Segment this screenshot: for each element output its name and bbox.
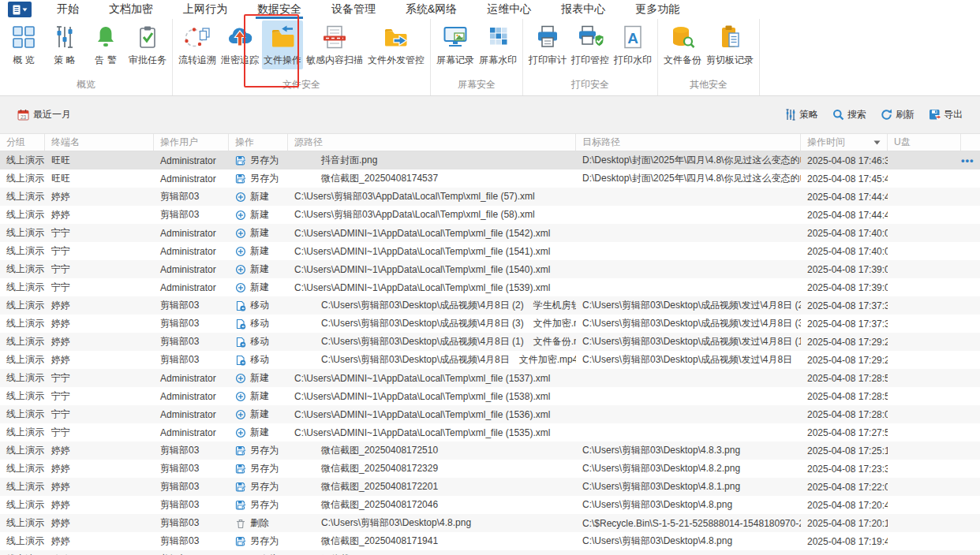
column-header-6[interactable]: 操作时间 [801, 134, 888, 151]
file-outgoing-button[interactable]: 文件外发管控 [366, 20, 426, 69]
table-row[interactable]: 线上演示宁宁Administrator新建C:\Users\ADMINI~1\A… [0, 423, 980, 441]
new-icon [235, 391, 246, 402]
op-label: 新建 [250, 208, 269, 222]
calendar-icon: 23 [17, 109, 29, 121]
cell-op: 另存为 [229, 172, 288, 185]
screen-record-icon [441, 24, 469, 50]
export-action[interactable]: 导出 [929, 108, 963, 121]
table-row[interactable]: 线上演示婷婷剪辑部03新建C:\Users\剪辑部03\AppData\Loca… [0, 188, 980, 206]
table-row[interactable]: 线上演示宁宁Administrator新建C:\Users\ADMINI~1\A… [0, 387, 980, 405]
screen-record-button[interactable]: 屏幕记录 [435, 20, 476, 69]
date-range-filter[interactable]: 23 最近一月 [17, 108, 71, 121]
refresh-action[interactable]: 刷新 [881, 108, 915, 121]
clipboard-record-button[interactable]: 剪切板记录 [705, 20, 755, 69]
print-watermark-button[interactable]: A打印水印 [612, 20, 653, 69]
cell-target: C:\Users\剪辑部03\Desktop\成品视频\发过\4月8日 (2) … [576, 299, 801, 312]
table-row[interactable]: 线上演示婷婷剪辑部03另存为微信截图_20250408172510C:\User… [0, 441, 980, 460]
cell-time: 2025-04-08 17:28:59 [801, 373, 888, 384]
ribbon-button-label: 打印管控 [571, 54, 609, 67]
approval-clipboard-button[interactable]: 审批任务 [127, 20, 168, 69]
delete-icon [235, 518, 246, 529]
table-row[interactable]: 线上演示婷婷剪辑部03另存为微信截图_20250408171941C:\User… [0, 532, 980, 550]
table-row[interactable]: 线上演示婷婷剪辑部03另存为微信截图_20250408172329C:\User… [0, 460, 980, 478]
column-header-2[interactable]: 操作用户 [154, 134, 229, 151]
table-row[interactable]: 线上演示婷婷剪辑部03新建C:\Users\剪辑部03\AppData\Loca… [0, 206, 980, 224]
table-row[interactable]: 线上演示旺旺Administrator另存为微信截图_2025040817453… [0, 169, 980, 188]
menu-tab-4[interactable]: 设备管理 [330, 0, 377, 19]
op-label: 另存为 [250, 154, 279, 167]
cell-user: 剪辑部03 [154, 498, 229, 512]
menu-tab-5[interactable]: 系统&网络 [404, 0, 458, 19]
op-label: 另存为 [250, 535, 279, 548]
column-header-5[interactable]: 目标路径 [576, 134, 801, 151]
row-more-button[interactable]: ••• [961, 155, 974, 166]
cell-terminal: 婷婷 [45, 335, 154, 348]
table-row[interactable]: 线上演示婷婷剪辑部03删除C:\Users\剪辑部03\Desktop\4.8.… [0, 514, 980, 532]
cell-group: 线上演示 [0, 172, 45, 185]
file-ops-button[interactable]: 文件操作 [262, 20, 303, 69]
ribbon-group-3: 打印审计打印管控A打印水印打印安全 [523, 19, 658, 95]
cell-target: C:\$Recycle.Bin\S-1-5-21-525888014-15481… [576, 518, 801, 529]
column-header-0[interactable]: 分组 [0, 134, 45, 151]
cell-op: 新建 [229, 408, 288, 421]
policy-small-action[interactable]: 策略 [784, 108, 818, 121]
screen-watermark-button[interactable]: 屏幕水印 [477, 20, 518, 69]
op-label: 另存为 [250, 462, 279, 475]
cell-user: Administrator [154, 155, 229, 166]
print-audit-button[interactable]: 打印审计 [527, 20, 568, 69]
table-row[interactable]: 线上演示宁宁Administrator新建C:\Users\ADMINI~1\A… [0, 369, 980, 387]
save-as-icon [235, 445, 246, 456]
table-row[interactable]: 线上演示宁宁Administrator新建C:\Users\ADMINI~1\A… [0, 224, 980, 242]
print-control-button[interactable]: 打印管控 [570, 20, 611, 69]
cell-terminal: 宁宁 [45, 281, 154, 294]
table-row[interactable]: 线上演示宁宁Administrator新建C:\Users\ADMINI~1\A… [0, 405, 980, 423]
leak-track-button[interactable]: 泄密追踪 [219, 20, 260, 69]
app-menu-button[interactable] [8, 2, 32, 17]
ribbon-button-label: 文件备份 [664, 54, 701, 67]
table-row[interactable]: 线上演示婷婷剪辑部03移动C:\Users\剪辑部03\Desktop\成品视频… [0, 315, 980, 333]
policy-sliders-button[interactable]: 策 略 [45, 20, 84, 69]
ribbon-button-label: 策 略 [54, 54, 75, 67]
op-label: 新建 [250, 426, 269, 439]
table-row[interactable]: 线上演示宁宁Administrator新建C:\Users\ADMINI~1\A… [0, 278, 980, 296]
ribbon-group-4: 文件备份剪切板记录其他安全 [658, 19, 760, 95]
menu-tab-0[interactable]: 开始 [55, 0, 80, 19]
column-header-7[interactable]: U盘 [888, 134, 961, 151]
menu-tab-6[interactable]: 运维中心 [485, 0, 533, 19]
table-row[interactable]: 线上演示宁宁Administrator新建C:\Users\ADMINI~1\A… [0, 260, 980, 278]
cell-op: 另存为 [229, 462, 288, 475]
cell-user: 剪辑部03 [154, 190, 229, 203]
ribbon-button-label: 打印水印 [614, 54, 652, 67]
ribbon-button-label: 打印审计 [529, 54, 567, 67]
trace-cycle-button[interactable]: 流转追溯 [177, 20, 218, 69]
table-row[interactable]: 线上演示婷婷剪辑部03另存为微信截图_20250408172201C:\User… [0, 478, 980, 496]
column-header-4[interactable]: 源路径 [288, 134, 576, 151]
column-header-8 [961, 134, 980, 151]
table-row[interactable]: 线上演示婷婷剪辑部03移动C:\Users\剪辑部03\Desktop\成品视频… [0, 296, 980, 315]
filter-arrow-icon[interactable] [870, 140, 881, 145]
alert-bell-button[interactable]: 告 警 [86, 20, 125, 69]
menu-tab-2[interactable]: 上网行为 [181, 0, 229, 19]
cell-time: 2025-04-08 17:19:45 [801, 536, 888, 547]
cell-time: 2025-04-08 17:44:45 [801, 210, 888, 221]
table-row[interactable]: 线上演示婷婷剪辑部03另存为微信截图_20250408172046C:\User… [0, 496, 980, 514]
new-icon [235, 409, 246, 420]
content-scan-button[interactable]: 敏感内容扫描 [305, 20, 365, 69]
overview-grid-button[interactable]: 概 览 [4, 20, 43, 69]
menu-tab-1[interactable]: 文档加密 [107, 0, 155, 19]
table-row[interactable]: 线上演示婷婷剪辑部03移动C:\Users\剪辑部03\Desktop\成品视频… [0, 351, 980, 369]
column-header-label: 操作用户 [160, 136, 198, 149]
menu-tab-7[interactable]: 报表中心 [559, 0, 607, 19]
table-row[interactable]: 线上演示婷婷剪辑部03移动C:\Users\剪辑部03\Desktop\成品视频… [0, 333, 980, 351]
search-action[interactable]: 搜索 [832, 108, 866, 121]
menu-tab-3[interactable]: 数据安全 [256, 0, 303, 19]
cell-time: 2025-04-08 17:29:24 [801, 337, 888, 348]
column-header-1[interactable]: 终端名 [45, 134, 154, 151]
table-row[interactable]: 线上演示婷婷剪辑部03另存为微信截图_20250408 [0, 550, 980, 555]
column-header-3[interactable]: 操作 [229, 134, 288, 151]
menu-tab-8[interactable]: 更多功能 [634, 0, 681, 19]
file-backup-button[interactable]: 文件备份 [662, 20, 703, 69]
table-row[interactable]: 线上演示旺旺Administrator另存为抖音封面.pngD:\Desktop… [0, 151, 980, 169]
toolbar-action-label: 刷新 [896, 108, 915, 121]
table-row[interactable]: 线上演示宁宁Administrator新建C:\Users\ADMINI~1\A… [0, 242, 980, 260]
